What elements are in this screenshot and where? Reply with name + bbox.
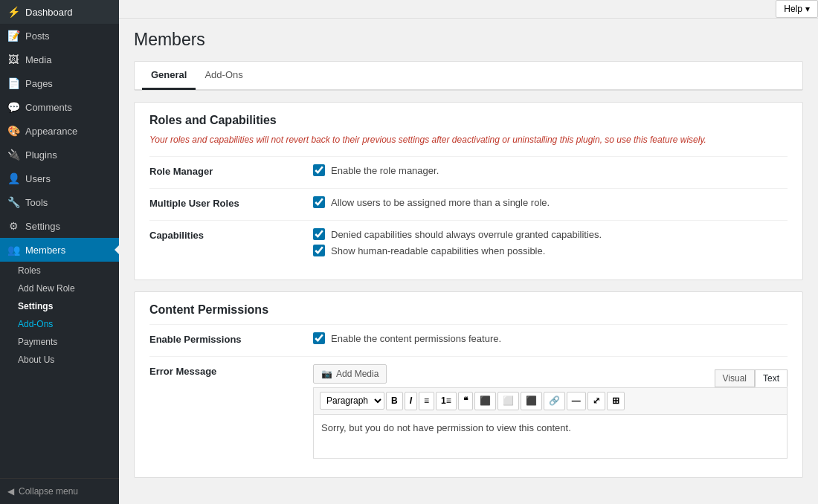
human-readable-text: Show human-readable capabilities when po… [331,245,545,256]
roles-warning-text: Your roles and capabilities will not rev… [149,135,788,145]
members-icon: 👥 [7,244,19,256]
enable-permissions-text: Enable the content permissions feature. [331,333,501,344]
enable-role-manager-text: Enable the role manager. [331,165,439,176]
sidebar-item-settings[interactable]: ⚙ Settings [0,214,119,238]
multiple-user-roles-control: Allow users to be assigned more than a s… [313,196,788,213]
active-arrow [115,245,119,254]
page-title: Members [134,30,803,50]
hr-button[interactable]: — [567,392,586,410]
sidebar-item-media[interactable]: 🖼 Media [0,48,119,71]
appearance-icon: 🎨 [7,125,19,137]
chevron-down-icon: ▾ [805,4,810,14]
sidebar-item-tools[interactable]: 🔧 Tools [0,190,119,214]
enable-permissions-control: Enable the content permissions feature. [313,332,788,349]
collapse-menu-button[interactable]: ◀ Collapse menu [0,478,119,504]
users-icon: 👤 [7,172,19,184]
sidebar-item-label: Tools [25,197,48,208]
tab-general[interactable]: General [142,62,196,90]
roles-capabilities-section: Roles and Capabilities Your roles and ca… [134,102,803,280]
error-message-control: 📷 Add Media Visual Text [313,364,788,459]
fullscreen-button[interactable]: ⤢ [587,392,605,410]
error-message-label: Error Message [149,364,313,377]
sidebar-item-label: Appearance [25,126,77,137]
sidebar-item-posts[interactable]: 📝 Posts [0,24,119,48]
enable-role-manager-checkbox[interactable] [313,164,325,176]
enable-permissions-checkbox-row: Enable the content permissions feature. [313,332,788,344]
tabs-container: General Add-Ons [134,61,803,91]
sidebar: ⚡ Dashboard 📝 Posts 🖼 Media 📄 Pages 💬 Co… [0,0,119,504]
multiple-user-roles-label: Multiple User Roles [149,196,313,209]
sidebar-item-pages[interactable]: 📄 Pages [0,71,119,95]
denied-caps-checkbox[interactable] [313,228,325,240]
capabilities-label: Capabilities [149,228,313,241]
unordered-list-button[interactable]: ≡ [419,392,434,410]
sidebar-item-label: Pages [25,78,53,89]
section-title-roles: Roles and Capabilities [149,114,788,127]
multiple-user-roles-checkbox[interactable] [313,196,325,208]
tab-visual[interactable]: Visual [715,369,755,387]
media-icon: 🖼 [7,54,19,65]
multiple-user-roles-checkbox-row: Allow users to be assigned more than a s… [313,196,788,208]
add-media-button[interactable]: 📷 Add Media [313,364,387,384]
tab-add-ons[interactable]: Add-Ons [196,62,251,90]
blockquote-button[interactable]: ❝ [458,392,473,410]
sidebar-item-users[interactable]: 👤 Users [0,167,119,190]
editor-content[interactable]: Sorry, but you do not have permission to… [313,414,788,459]
role-manager-row: Role Manager Enable the role manager. [149,156,788,188]
capabilities-control: Denied capabilities should always overru… [313,228,788,261]
sidebar-item-label: Settings [25,221,60,232]
submenu-item-settings[interactable]: Settings [0,297,119,315]
collapse-icon: ◀ [7,486,14,497]
comments-icon: 💬 [7,101,19,113]
enable-permissions-row: Enable Permissions Enable the content pe… [149,324,788,356]
capabilities-row: Capabilities Denied capabilities should … [149,220,788,268]
multiple-user-roles-text: Allow users to be assigned more than a s… [331,197,550,208]
content-permissions-section: Content Permissions Enable Permissions E… [134,291,803,478]
submenu-item-roles[interactable]: Roles [0,262,119,280]
human-readable-checkbox[interactable] [313,245,325,256]
sidebar-item-plugins[interactable]: 🔌 Plugins [0,143,119,167]
role-manager-control: Enable the role manager. [313,164,788,181]
editor-header: 📷 Add Media Visual Text [313,364,788,387]
pages-icon: 📄 [7,77,19,89]
more-button[interactable]: ⊞ [607,392,625,410]
paragraph-select[interactable]: Paragraph [320,392,384,410]
align-center-button[interactable]: ⬜ [497,392,519,410]
ordered-list-button[interactable]: 1≡ [436,392,457,410]
enable-permissions-label: Enable Permissions [149,332,313,345]
italic-button[interactable]: I [405,392,417,410]
sidebar-items: ⚡ Dashboard 📝 Posts 🖼 Media 📄 Pages 💬 Co… [0,0,119,369]
sidebar-item-comments[interactable]: 💬 Comments [0,95,119,119]
sidebar-item-label: Comments [25,102,72,113]
help-button[interactable]: Help ▾ [776,0,818,18]
editor-tabs: Visual Text [715,369,788,387]
link-button[interactable]: 🔗 [544,392,565,410]
editor-toolbar: Paragraph B I ≡ 1≡ ❝ ⬛ ⬜ ⬛ 🔗 — ⤢ ⊞ [313,387,788,414]
sidebar-item-label: Members [25,245,65,256]
submenu-item-payments[interactable]: Payments [0,333,119,351]
sidebar-item-label: Users [25,173,51,184]
tools-icon: 🔧 [7,196,19,208]
sidebar-item-dashboard[interactable]: ⚡ Dashboard [0,0,119,24]
submenu-item-about-us[interactable]: About Us [0,351,119,369]
submenu-item-add-new-role[interactable]: Add New Role [0,280,119,297]
sidebar-item-label: Media [25,54,51,65]
align-left-button[interactable]: ⬛ [474,392,496,410]
denied-caps-row: Denied capabilities should always overru… [313,228,788,240]
submenu-item-add-ons[interactable]: Add-Ons [0,315,119,333]
bold-button[interactable]: B [386,392,403,410]
sidebar-item-appearance[interactable]: 🎨 Appearance [0,119,119,143]
enable-role-manager-row: Enable the role manager. [313,164,788,176]
role-manager-label: Role Manager [149,164,313,177]
align-right-button[interactable]: ⬛ [521,392,542,410]
main-content: Help ▾ Members General Add-Ons Roles and… [119,0,818,504]
human-readable-row: Show human-readable capabilities when po… [313,245,788,256]
dashboard-icon: ⚡ [7,6,19,18]
content-area: Members General Add-Ons Roles and Capabi… [119,19,818,504]
multiple-user-roles-row: Multiple User Roles Allow users to be as… [149,188,788,220]
enable-permissions-checkbox[interactable] [313,332,325,344]
sidebar-item-members[interactable]: 👥 Members [0,238,119,262]
posts-icon: 📝 [7,30,19,42]
tab-text[interactable]: Text [755,369,788,387]
settings-icon: ⚙ [7,220,19,232]
